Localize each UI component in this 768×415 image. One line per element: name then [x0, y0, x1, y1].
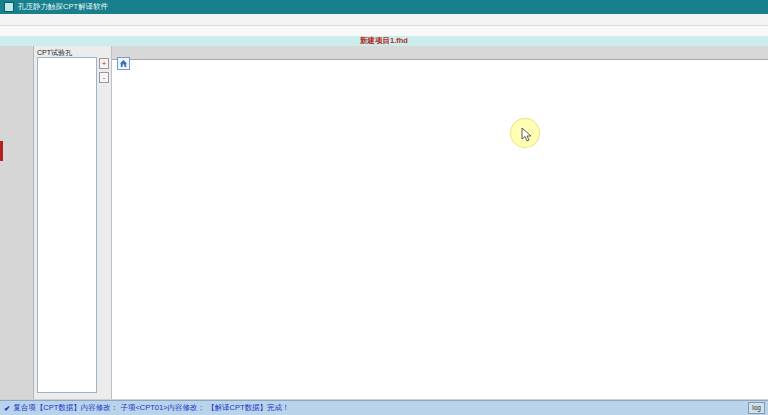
chart-qtn [119, 60, 278, 399]
title-bar: 孔压静力触探CPT解译软件 [0, 0, 768, 14]
app-window: { "window": { "title": "孔压静力触探CPT解译软件" }… [0, 0, 768, 415]
charts-area [112, 60, 768, 399]
home-reset-view-button[interactable] [117, 57, 130, 70]
status-message: 复合项【CPT数据】内容修改： 子项<CPT01>内容修改； 【解译CPT数据】… [13, 403, 289, 413]
chart-ic [278, 60, 440, 399]
add-cpt-button[interactable]: + [99, 58, 109, 69]
remove-cpt-button[interactable]: - [99, 72, 109, 83]
chart-soil-class-qm-f [441, 60, 603, 399]
document-bar: 新建项目1.fhd [0, 36, 768, 46]
content-area [112, 46, 768, 399]
cpt-panel: CPT试验孔 + - [34, 46, 112, 399]
tab-bar [112, 46, 768, 60]
status-check-icon: ✔ [4, 404, 10, 413]
toolbar [0, 26, 768, 36]
cursor-highlight [510, 118, 540, 148]
log-button[interactable]: log [748, 402, 765, 414]
menu-bar [0, 14, 768, 26]
home-icon [119, 59, 128, 68]
nav-rail [0, 46, 34, 399]
app-icon [4, 2, 14, 12]
window-title: 孔压静力触探CPT解译软件 [18, 2, 108, 12]
main-area: CPT试验孔 + - [0, 46, 768, 399]
edge-indicator [0, 141, 3, 161]
document-filename: 新建项目1.fhd [360, 36, 408, 46]
mouse-cursor-icon [521, 127, 533, 143]
cpt-list[interactable] [37, 57, 97, 393]
chart-soil-class-qm-du2 [604, 60, 766, 399]
status-bar: ✔ 复合项【CPT数据】内容修改： 子项<CPT01>内容修改； 【解译CPT数… [0, 400, 768, 415]
